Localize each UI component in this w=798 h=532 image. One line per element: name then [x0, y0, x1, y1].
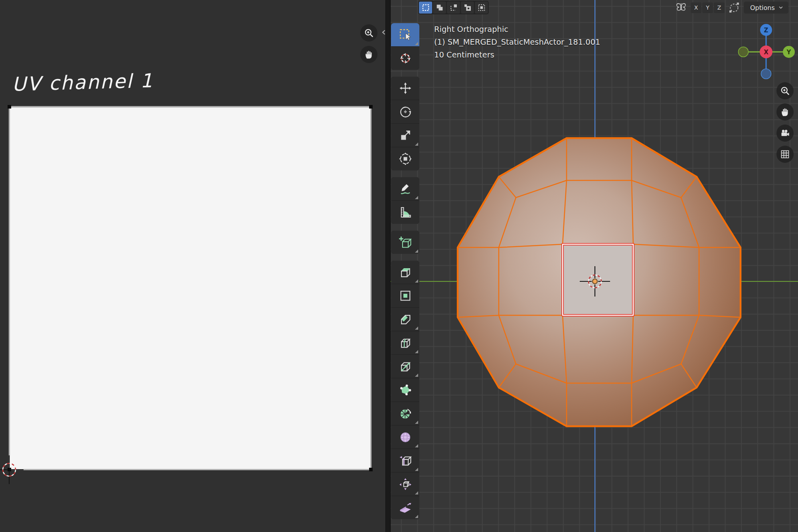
knife-icon: [399, 360, 412, 373]
axis-toggle-x[interactable]: X: [691, 2, 701, 13]
gizmo-x-label: X: [764, 49, 768, 56]
viewport-side-gizmos: [776, 82, 794, 163]
hand-icon: [363, 49, 374, 60]
tool-poly-build[interactable]: [391, 378, 419, 401]
tool-add-cube[interactable]: [391, 231, 419, 254]
tool-transform[interactable]: [391, 147, 419, 170]
gizmo-y-label: Y: [786, 49, 792, 56]
chevron-down-icon: [778, 5, 784, 10]
view-name: Right Orthographic: [434, 23, 600, 36]
edge-slide-icon: [399, 454, 412, 467]
select-mode-set[interactable]: [419, 2, 432, 14]
uv-space[interactable]: [9, 106, 371, 470]
viewport-camera-view-button[interactable]: [776, 125, 794, 142]
select-mode-invert[interactable]: [461, 2, 474, 14]
gizmo-y-negative-axis[interactable]: [739, 47, 749, 57]
select-mode-subtract[interactable]: [447, 2, 460, 14]
viewport-pan-button[interactable]: [776, 103, 794, 121]
grid3-icon: [780, 149, 790, 160]
uv-2d-cursor: [0, 453, 26, 486]
tool-annotate[interactable]: [391, 177, 419, 200]
symmetry-axis-toggles: X Y Z: [691, 2, 725, 13]
tool-shelf: [391, 23, 419, 519]
tool-inset-faces[interactable]: [391, 284, 419, 307]
uv-corner-marker: [8, 105, 11, 109]
tool-cursor[interactable]: [391, 47, 419, 70]
magnifier-icon: [780, 85, 790, 96]
uv-pan-button[interactable]: [360, 46, 377, 63]
viewport-info: Right Orthographic (1) SM_MERGED_StaticM…: [434, 23, 600, 61]
options-dropdown[interactable]: Options: [744, 2, 788, 14]
scale-icon: [399, 129, 412, 142]
tool-group: [391, 23, 419, 70]
tool-group: [391, 77, 419, 170]
tool-shear[interactable]: [391, 496, 419, 519]
tool-loop-cut[interactable]: [391, 331, 419, 354]
tool-extrude-region[interactable]: [391, 261, 419, 284]
add-cube-icon: [399, 235, 412, 249]
options-label: Options: [750, 4, 775, 12]
tool-group: [391, 177, 419, 224]
select-mode-extend-icon: [435, 3, 444, 12]
uv-editor-panel: UV channel 1: [0, 0, 385, 532]
tool-measure[interactable]: [391, 201, 419, 224]
camera-icon: [780, 128, 790, 138]
select-box-icon: [399, 28, 412, 42]
tool-spin[interactable]: [391, 402, 419, 425]
poly-build-icon: [399, 383, 412, 397]
bevel-icon: [399, 312, 412, 326]
active-object-name: (1) SM_MERGED_StaticMeshActor_181.001: [434, 36, 600, 49]
move-icon: [399, 81, 412, 95]
uv-corner-marker: [369, 105, 373, 109]
extrude-region-icon: [399, 265, 412, 279]
uv-annotation-text: UV channel 1: [12, 69, 154, 95]
grid-scale: 10 Centimeters: [434, 49, 600, 61]
loop-cut-icon: [399, 336, 412, 350]
editor-splitter[interactable]: [385, 0, 391, 532]
select-mode-intersect-icon: [477, 3, 486, 12]
select-mode-buttons: [418, 1, 489, 14]
viewport-zoom-button[interactable]: [776, 82, 794, 99]
smooth-icon: [399, 430, 412, 444]
annotate-icon: [399, 182, 412, 196]
tool-bevel[interactable]: [391, 308, 419, 331]
select-mode-extend[interactable]: [433, 2, 446, 14]
axis-toggle-z[interactable]: Z: [714, 2, 725, 13]
proportional-editing-icon[interactable]: [728, 2, 740, 14]
shear-icon: [399, 501, 412, 514]
spin-icon: [399, 407, 412, 420]
uv-zoom-in-button[interactable]: [360, 24, 377, 42]
tool-group: [391, 231, 419, 254]
tool-rotate[interactable]: [391, 100, 419, 123]
hand-icon: [780, 107, 790, 117]
transform-icon: [399, 152, 412, 166]
header-right-controls: X Y Z Options: [675, 0, 788, 15]
inset-faces-icon: [399, 289, 412, 303]
tool-move[interactable]: [391, 77, 419, 100]
tool-shrink-fatten[interactable]: [391, 473, 419, 496]
tool-group: [391, 261, 419, 519]
gizmo-z-negative-axis[interactable]: [761, 69, 771, 79]
navigation-axis-gizmo[interactable]: Z Y X: [734, 19, 798, 83]
rotate-icon: [399, 105, 412, 119]
measure-icon: [399, 206, 412, 219]
tool-scale[interactable]: [391, 124, 419, 147]
select-mode-subtract-icon: [449, 3, 458, 12]
select-mode-set-icon: [421, 3, 430, 12]
tool-smooth[interactable]: [391, 425, 419, 449]
mesh-symmetry-x-icon[interactable]: [675, 2, 687, 14]
cursor-icon: [399, 51, 412, 65]
gizmo-z-label: Z: [764, 27, 768, 34]
uv-corner-marker: [369, 468, 373, 471]
select-mode-invert-icon: [463, 3, 472, 12]
shrink-fatten-icon: [399, 477, 412, 491]
tool-knife[interactable]: [391, 355, 419, 378]
tool-select-box[interactable]: [391, 23, 419, 46]
viewport-toggle-ortho-button[interactable]: [776, 146, 794, 163]
axis-toggle-y[interactable]: Y: [702, 2, 713, 13]
tool-edge-slide[interactable]: [391, 449, 419, 472]
magnifier-icon: [363, 28, 374, 38]
select-mode-intersect[interactable]: [475, 2, 488, 14]
